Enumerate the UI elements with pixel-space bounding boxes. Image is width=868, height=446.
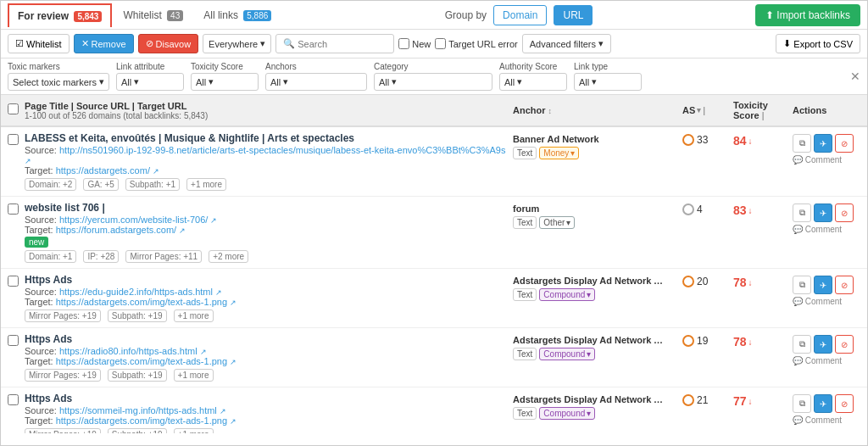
new-checkbox-label[interactable]: New [398,38,431,49]
row-2-source: Source: https://edu-guide2.info/https-ad… [25,287,513,297]
meta-more[interactable]: +2 more [209,250,248,263]
link-type-select[interactable]: All ▾ [574,73,642,91]
meta-more[interactable]: +1 more [174,428,214,433]
meta-subpath[interactable]: Subpath: +19 [108,369,167,382]
send-button[interactable]: ✈ [814,276,832,294]
send-button[interactable]: ✈ [814,394,832,413]
anchor-header[interactable]: Anchor ↕ [513,105,682,115]
block-button[interactable]: ⊘ [835,276,854,294]
new-checkbox[interactable] [398,38,409,49]
copy-button[interactable]: ⧉ [793,335,811,354]
copy-button[interactable]: ⧉ [793,134,811,153]
import-backlinks-button[interactable]: ⬆ Import backlinks [755,4,860,26]
copy-button[interactable]: ⧉ [793,276,811,294]
everywhere-select[interactable]: Everywhere ▾ [203,34,271,53]
tab-whitelist[interactable]: Whitelist 43 [114,3,192,27]
row-4-anchor-tags: Text Compound ▾ [513,407,682,420]
row-2-main: Https Ads Source: https://edu-guide2.inf… [25,274,513,322]
row-3-source-link[interactable]: https://radio80.info/https-ads.html [59,346,198,356]
meta-more[interactable]: +1 more [186,178,226,191]
copy-button[interactable]: ⧉ [793,394,811,413]
comment-link[interactable]: 💬 Comment [793,155,854,164]
row-0-checkbox[interactable] [8,134,19,145]
block-button[interactable]: ⊘ [835,335,854,354]
target-url-error-checkbox[interactable] [435,38,446,49]
meta-mirror[interactable]: Mirror Pages: +19 [25,428,101,433]
tab-for-review[interactable]: For review 5,843 [8,3,112,27]
row-1-target-link[interactable]: https://forum.adstargets.com/ [56,225,176,235]
row-1-as-value: 4 [697,203,703,215]
tag-compound[interactable]: Compound ▾ [539,288,595,301]
group-by-domain[interactable]: Domain [493,5,547,25]
remove-button[interactable]: ✕ Remove [74,34,134,53]
row-2-checkbox[interactable] [8,276,19,287]
close-filters-button[interactable]: ✕ [850,70,860,83]
chevron-down-icon: ▾ [570,148,575,158]
tag-compound[interactable]: Compound ▾ [539,348,595,360]
send-button[interactable]: ✈ [814,203,832,222]
meta-more[interactable]: +1 more [174,369,214,382]
external-link-icon: ↗ [230,298,236,307]
toxicity-score-select[interactable]: All ▾ [191,73,259,91]
meta-mirror[interactable]: Mirror Pages: +19 [25,309,101,322]
row-4-source-link[interactable]: https://sommeil-mg.info/https-ads.html [59,405,217,415]
select-all-checkbox[interactable] [8,103,19,114]
comment-link[interactable]: 💬 Comment [793,225,854,234]
as-header[interactable]: AS ▾ | [682,105,733,115]
meta-subpath[interactable]: Subpath: +19 [108,428,167,433]
meta-more[interactable]: +1 more [174,309,214,322]
toxic-markers-select[interactable]: Select toxic markers ▾ [8,73,109,91]
copy-button[interactable]: ⧉ [793,203,811,222]
group-by-url[interactable]: URL [554,5,593,25]
whitelist-button[interactable]: ☑ Whitelist [8,34,70,53]
link-attribute-select[interactable]: All ▾ [116,73,184,91]
meta-domain[interactable]: Domain: +2 [25,178,76,191]
send-button[interactable]: ✈ [814,134,832,153]
row-4-checkbox[interactable] [8,394,19,405]
row-3-checkbox[interactable] [8,335,19,346]
authority-score-select[interactable]: All ▾ [499,73,567,91]
block-button[interactable]: ⊘ [835,394,854,413]
row-0-target-link[interactable]: https://adstargets.com/ [56,165,150,176]
meta-ip[interactable]: IP: +28 [83,250,119,263]
tag-other[interactable]: Other ▾ [539,216,575,229]
row-2-target-link[interactable]: https://adstargets.com/img/text-ads-1.pn… [56,297,227,307]
row-0-source-link[interactable]: http://ns501960.ip-192-99-8.net/article/… [59,145,505,155]
tag-compound[interactable]: Compound ▾ [539,407,595,420]
meta-mirror[interactable]: Mirror Pages: +11 [125,250,202,263]
external-link-icon: ↗ [25,157,31,165]
row-4-target-link[interactable]: https://adstargets.com/img/text-ads-1.pn… [56,415,227,426]
row-1-source-link[interactable]: https://yercum.com/website-list-706/ [59,215,208,225]
anchors-select[interactable]: All ▾ [265,73,367,91]
send-button[interactable]: ✈ [814,335,832,354]
row-0-checkbox-wrapper [8,132,25,148]
toxicity-arrow-icon: ↓ [748,397,753,406]
comment-link[interactable]: 💬 Comment [793,415,854,425]
meta-ga[interactable]: GA: +5 [83,178,118,191]
meta-subpath[interactable]: Subpath: +1 [125,178,180,191]
row-2-as-value: 20 [697,276,708,287]
row-1-checkbox[interactable] [8,203,19,215]
target-url-error-label[interactable]: Target URL error [435,38,518,49]
chevron-down-icon: ▾ [587,409,591,418]
category-select[interactable]: All ▾ [374,73,492,91]
block-button[interactable]: ⊘ [835,134,854,153]
table-row: LABESS et Keita, envoûtés | Musique & Ni… [1,127,867,197]
toxicity-score-filter: Toxicity Score All ▾ [191,62,259,91]
chevron-down-icon: ▾ [566,218,570,227]
comment-link[interactable]: 💬 Comment [793,297,854,306]
disavow-button[interactable]: ⊘ Disavow [138,34,199,53]
comment-link[interactable]: 💬 Comment [793,356,854,365]
search-input[interactable] [298,39,391,49]
advanced-filters-button[interactable]: Advanced filters ▾ [522,34,611,53]
tab-all-links[interactable]: All links 5,886 [194,3,281,27]
meta-domain[interactable]: Domain: +1 [25,250,76,263]
meta-subpath[interactable]: Subpath: +19 [108,309,167,322]
row-1-anchor-text: forum [513,203,665,214]
block-button[interactable]: ⊘ [835,203,854,222]
row-3-target-link[interactable]: https://adstargets.com/img/text-ads-1.pn… [56,356,227,366]
row-2-source-link[interactable]: https://edu-guide2.info/https-ads.html [59,287,213,297]
tag-money[interactable]: Money ▾ [539,147,579,159]
meta-mirror[interactable]: Mirror Pages: +19 [25,369,101,382]
export-csv-button[interactable]: ⬇ Export to CSV [776,34,860,53]
